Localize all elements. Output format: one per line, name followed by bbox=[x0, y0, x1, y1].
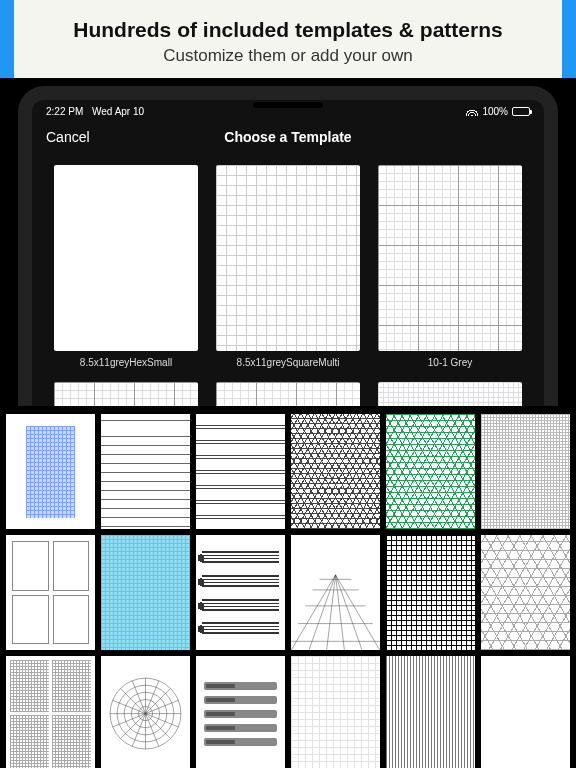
ipad-camera-notch bbox=[253, 102, 323, 108]
gallery-item[interactable] bbox=[101, 535, 190, 650]
gallery-item[interactable] bbox=[101, 656, 190, 768]
statusbar-date: Wed Apr 10 bbox=[92, 106, 144, 117]
svg-line-0 bbox=[291, 575, 335, 650]
template-thumbnail bbox=[54, 382, 198, 406]
gallery-item[interactable] bbox=[386, 656, 475, 768]
template-item[interactable]: 8.5x11greyHexSmall bbox=[54, 165, 198, 368]
gallery-item[interactable] bbox=[291, 535, 380, 650]
template-thumbnail bbox=[378, 382, 522, 406]
wifi-icon bbox=[466, 108, 478, 116]
gallery-item[interactable] bbox=[101, 414, 190, 529]
template-label: 8.5x11greySquareMulti bbox=[237, 357, 340, 368]
template-item[interactable] bbox=[54, 382, 198, 406]
promo-title: Hundreds of included templates & pattern… bbox=[0, 18, 576, 42]
navbar-title: Choose a Template bbox=[224, 129, 351, 145]
battery-percent: 100% bbox=[482, 106, 508, 117]
svg-line-1 bbox=[309, 575, 336, 650]
template-item[interactable]: 8.5x11greySquareMulti bbox=[216, 165, 360, 368]
ipad-frame: 2:22 PM Wed Apr 10 100% Cancel Choose a … bbox=[18, 86, 558, 406]
template-grid: 8.5x11greyHexSmall 8.5x11greySquareMulti… bbox=[32, 155, 544, 406]
svg-line-2 bbox=[327, 575, 336, 650]
template-thumbnail bbox=[54, 165, 198, 351]
navbar: Cancel Choose a Template bbox=[32, 119, 544, 155]
gallery-item[interactable] bbox=[291, 656, 380, 768]
promo-subtitle: Customize them or add your own bbox=[0, 46, 576, 66]
statusbar-right: 100% bbox=[466, 106, 530, 117]
svg-line-4 bbox=[336, 575, 363, 650]
gallery-item[interactable] bbox=[481, 656, 570, 768]
svg-line-3 bbox=[336, 575, 345, 650]
gallery-item[interactable] bbox=[196, 535, 285, 650]
template-item[interactable] bbox=[216, 382, 360, 406]
gallery-item[interactable] bbox=[6, 414, 95, 529]
template-thumbnail bbox=[216, 165, 360, 351]
gallery-item[interactable] bbox=[196, 656, 285, 768]
pattern-gallery bbox=[0, 406, 576, 768]
gallery-item[interactable] bbox=[196, 414, 285, 529]
gallery-item[interactable] bbox=[386, 535, 475, 650]
statusbar-time: 2:22 PM bbox=[46, 106, 83, 117]
gallery-item[interactable] bbox=[6, 535, 95, 650]
template-thumbnail bbox=[216, 382, 360, 406]
cancel-button[interactable]: Cancel bbox=[46, 129, 90, 145]
template-thumbnail bbox=[378, 165, 522, 351]
template-label: 8.5x11greyHexSmall bbox=[80, 357, 172, 368]
svg-line-5 bbox=[336, 575, 380, 650]
gallery-item[interactable] bbox=[481, 414, 570, 529]
promo-header: Hundreds of included templates & pattern… bbox=[0, 0, 576, 78]
gallery-item[interactable] bbox=[6, 656, 95, 768]
statusbar-left: 2:22 PM Wed Apr 10 bbox=[46, 106, 150, 117]
gallery-item[interactable] bbox=[481, 535, 570, 650]
template-item[interactable]: 10-1 Grey bbox=[378, 165, 522, 368]
battery-icon bbox=[512, 107, 530, 116]
template-label: 10-1 Grey bbox=[428, 357, 472, 368]
gallery-item[interactable] bbox=[386, 414, 475, 529]
gallery-item[interactable] bbox=[291, 414, 380, 529]
template-item[interactable] bbox=[378, 382, 522, 406]
